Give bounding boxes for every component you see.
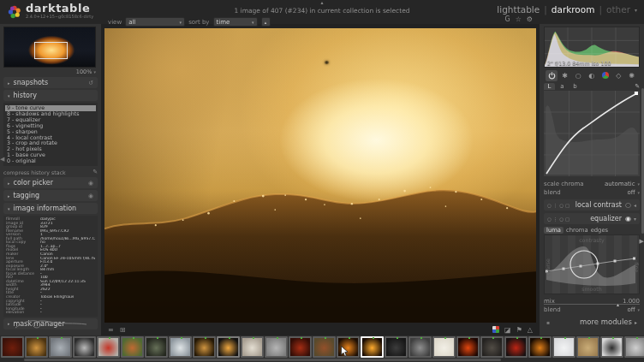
tone-curve-blend-row[interactable]: blend off ▾ bbox=[544, 188, 640, 197]
tab-a-channel[interactable]: a bbox=[557, 83, 568, 90]
darkroom-header-icons: G ☆ ⚙ bbox=[504, 15, 533, 23]
filmstrip-scrollbar[interactable] bbox=[24, 359, 501, 361]
section-image-information[interactable]: ▾ image information bbox=[3, 203, 98, 214]
module-power-icon[interactable]: ◉ bbox=[625, 215, 631, 223]
section-snapshots[interactable]: ▸ snapshots ↺ bbox=[3, 77, 98, 88]
tab-edges[interactable]: edges bbox=[591, 227, 609, 234]
group-tab-color-icon[interactable] bbox=[599, 70, 611, 81]
views-dropdown-arrow[interactable]: ▾ bbox=[635, 7, 637, 13]
sort-dropdown[interactable]: time ▾ bbox=[213, 17, 258, 27]
module-equalizer[interactable]: ○⋮○▢ equalizer ◉ ▾ bbox=[544, 213, 640, 224]
filmstrip-thumbnail[interactable] bbox=[408, 336, 432, 358]
filmstrip-thumbnail[interactable] bbox=[1, 336, 24, 358]
filmstrip-thumbnail[interactable] bbox=[480, 336, 504, 358]
star-overlay-icon[interactable]: ☆ bbox=[516, 15, 522, 23]
main-image[interactable] bbox=[104, 28, 536, 323]
filmstrip-thumbnail[interactable] bbox=[169, 336, 192, 358]
filmstrip-thumbnail[interactable] bbox=[385, 336, 408, 358]
sort-direction-button[interactable]: ▴ bbox=[261, 17, 271, 27]
module-power-icon[interactable]: ○ bbox=[625, 201, 631, 209]
tone-curve-graph[interactable] bbox=[544, 91, 640, 176]
thumbnail-image bbox=[530, 338, 550, 356]
group-tab-basic-icon[interactable]: ○ bbox=[572, 70, 584, 81]
group-tab-favorites-icon[interactable]: ✱ bbox=[559, 70, 571, 81]
history-item[interactable]: 0 - original bbox=[7, 158, 94, 164]
gear-icon[interactable]: ⚙ bbox=[527, 15, 533, 23]
filmstrip-thumbnail[interactable] bbox=[624, 336, 644, 358]
filmstrip-thumbnail[interactable] bbox=[576, 336, 599, 358]
collapsed-arrow-icon: ▸ bbox=[8, 80, 10, 86]
equalizer-graph[interactable]: contrasty smooth coarse fine bbox=[544, 234, 640, 294]
filmstrip-thumbnail[interactable] bbox=[241, 336, 264, 358]
filmstrip-thumbnail[interactable] bbox=[552, 336, 575, 358]
filmstrip-thumbnail[interactable] bbox=[432, 336, 456, 358]
edit-curve-icon[interactable]: ✎ bbox=[635, 83, 640, 90]
gamut-check-icon[interactable]: △ bbox=[528, 326, 533, 334]
equalizer-blend-row[interactable]: blend off ▾ bbox=[544, 306, 640, 314]
slider-track[interactable] bbox=[544, 304, 640, 305]
altered-indicator bbox=[397, 337, 398, 339]
filmstrip-toggle-icon[interactable]: ≡ bbox=[108, 326, 114, 334]
filmstrip-thumbnail[interactable] bbox=[504, 336, 528, 358]
tab-luma[interactable]: luma bbox=[544, 227, 564, 234]
tab-L-channel[interactable]: L bbox=[544, 83, 555, 90]
module-local-contrast[interactable]: ○⋮○▢ local contrast ○ ◂ bbox=[544, 199, 640, 211]
filmstrip-thumbnail[interactable] bbox=[600, 336, 623, 358]
filmstrip-thumbnail[interactable] bbox=[121, 336, 144, 358]
module-option-icons[interactable]: ○⋮○▢ bbox=[547, 217, 571, 222]
altered-indicator bbox=[133, 337, 134, 339]
filmstrip-thumbnail[interactable] bbox=[97, 336, 120, 358]
view-tab-darkroom[interactable]: darkroom bbox=[552, 4, 595, 15]
color-picker-icon[interactable]: ◉ bbox=[88, 180, 93, 187]
group-tab-correction-icon[interactable]: ◇ bbox=[612, 70, 624, 81]
group-tab-tone-icon[interactable]: ◐ bbox=[586, 70, 598, 81]
section-tagging[interactable]: ▸ tagging ◉ bbox=[3, 190, 98, 201]
module-option-icons[interactable]: ○⋮○▢ bbox=[547, 203, 571, 208]
filmstrip-thumbnail[interactable] bbox=[193, 336, 216, 358]
filmstrip-thumbnail[interactable] bbox=[145, 336, 168, 358]
filmstrip-thumbnail[interactable] bbox=[265, 336, 288, 358]
altered-indicator bbox=[636, 337, 638, 339]
view-tab-lighttable[interactable]: lighttable bbox=[497, 4, 540, 15]
group-tab-effects-icon[interactable]: ✺ bbox=[626, 70, 638, 81]
overexposed-icon[interactable]: ◪ bbox=[504, 326, 511, 334]
filmstrip-thumbnail[interactable] bbox=[361, 336, 384, 358]
zoom-level[interactable]: 100% ▾ bbox=[3, 68, 98, 75]
filmstrip-thumbnail[interactable] bbox=[528, 336, 552, 358]
tag-icon[interactable]: ◉ bbox=[88, 193, 93, 199]
view-tab-other[interactable]: other bbox=[606, 4, 630, 15]
snapshot-reset-icon[interactable]: ↺ bbox=[88, 80, 93, 86]
filmstrip-thumbnail[interactable] bbox=[289, 336, 312, 358]
create-style-icon[interactable]: ✎ bbox=[92, 169, 98, 175]
filmstrip-thumbnail[interactable] bbox=[217, 336, 240, 358]
grouping-icon[interactable]: G bbox=[504, 15, 510, 23]
raw-overexposed-icon[interactable] bbox=[492, 326, 499, 333]
navigation-viewport-rect[interactable] bbox=[34, 42, 68, 59]
scale-chroma-row[interactable]: scale chroma automatic ▾ bbox=[544, 180, 640, 188]
section-label: history bbox=[14, 92, 38, 99]
tab-b-channel[interactable]: b bbox=[569, 83, 581, 90]
duplicate-view-icon[interactable]: ⊞ bbox=[120, 326, 126, 334]
navigation-thumbnail[interactable] bbox=[3, 27, 96, 68]
slider-marker-icon[interactable]: ▴ bbox=[617, 301, 619, 307]
module-expand-icon[interactable]: ◂ bbox=[634, 202, 636, 208]
section-history[interactable]: ▾ history bbox=[3, 90, 98, 101]
filmstrip-thumbnail[interactable] bbox=[49, 336, 72, 358]
right-panel-collapse-handle[interactable]: ▶ bbox=[640, 238, 644, 245]
mix-slider[interactable]: mix 1.000 ▴ bbox=[544, 296, 640, 306]
histogram[interactable]: 2" f/13.0 84mm iso 100 bbox=[544, 27, 640, 68]
more-modules-row[interactable]: ▪ more modules ▸ bbox=[544, 317, 640, 326]
section-color-picker[interactable]: ▸ color picker ◉ bbox=[3, 177, 98, 188]
module-expand-icon[interactable]: ▾ bbox=[634, 216, 636, 222]
collapse-top-panel-arrow[interactable]: ▴ bbox=[320, 0, 323, 5]
softproof-icon[interactable]: ⚑ bbox=[516, 326, 522, 334]
tab-chroma[interactable]: chroma bbox=[566, 227, 588, 234]
filmstrip-thumbnail[interactable] bbox=[313, 336, 336, 358]
filmstrip-thumbnail[interactable] bbox=[25, 336, 48, 358]
left-panel-collapse-handle[interactable]: ◀ bbox=[0, 156, 4, 163]
compress-history-button[interactable]: compress history stack bbox=[3, 169, 66, 175]
filmstrip-thumbnail[interactable] bbox=[73, 336, 96, 358]
filmstrip-thumbnail[interactable] bbox=[456, 336, 480, 358]
view-filter-dropdown[interactable]: all ▾ bbox=[125, 17, 185, 27]
group-tab-active-power-icon[interactable] bbox=[546, 70, 558, 81]
